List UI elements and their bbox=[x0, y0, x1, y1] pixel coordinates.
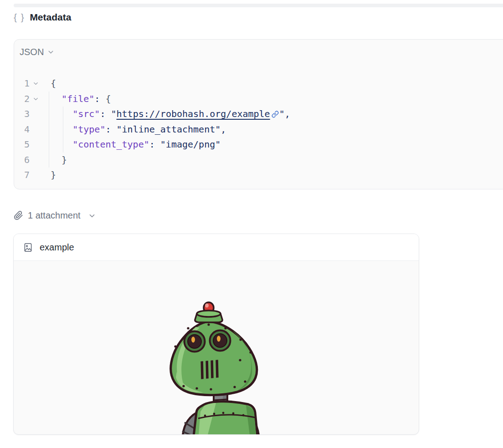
line-number: 4 bbox=[14, 122, 30, 137]
code-token-indent bbox=[51, 137, 72, 153]
line-number: 3 bbox=[14, 107, 30, 122]
attachments-toggle[interactable]: 1 attachment bbox=[14, 210, 96, 221]
code-line-content: "content_type": "image/png" bbox=[51, 137, 503, 153]
attachment-preview bbox=[14, 261, 419, 434]
fold-gutter bbox=[30, 122, 51, 137]
attachment-card-header[interactable]: example bbox=[14, 234, 419, 261]
robot-avatar-image bbox=[164, 299, 269, 435]
code-line-3[interactable]: 3 "src": "https://robohash.org/example", bbox=[14, 107, 503, 122]
fold-gutter bbox=[30, 107, 51, 122]
code-line-7[interactable]: 7} bbox=[14, 168, 503, 183]
code-token-string: : " bbox=[100, 107, 116, 122]
braces-icon: { } bbox=[14, 12, 25, 23]
indent-guide bbox=[63, 137, 63, 153]
indent-guide bbox=[49, 122, 49, 137]
code-token-string: ", bbox=[279, 107, 290, 122]
robot-eye-right bbox=[210, 331, 231, 351]
fold-chevron-icon[interactable] bbox=[33, 96, 39, 102]
code-token-indent bbox=[51, 92, 62, 107]
indent-guide bbox=[63, 122, 63, 137]
line-number: 5 bbox=[14, 137, 30, 153]
line-number: 1 bbox=[14, 76, 30, 92]
code-line-content: } bbox=[51, 168, 503, 183]
indent-guide bbox=[49, 92, 49, 107]
robot-eye-left bbox=[185, 331, 205, 352]
attachment-card: example bbox=[13, 234, 419, 435]
code-area[interactable]: 1{2 "file": {3 "src": "https://robohash.… bbox=[14, 76, 503, 183]
code-token-brace: } bbox=[51, 168, 56, 183]
language-label: JSON bbox=[20, 47, 44, 57]
fold-gutter bbox=[30, 168, 51, 183]
line-number: 6 bbox=[14, 153, 30, 168]
url-link[interactable]: https://robohash.org/example bbox=[117, 107, 270, 122]
indent-guide bbox=[49, 137, 49, 153]
code-line-5[interactable]: 5 "content_type": "image/png" bbox=[14, 137, 503, 153]
code-token-key: "type" bbox=[72, 122, 105, 137]
indent-guide bbox=[49, 107, 49, 122]
json-editor: JSON 1{2 "file": {3 "src": "https://robo… bbox=[14, 39, 503, 189]
fold-gutter[interactable] bbox=[30, 92, 51, 107]
code-line-2[interactable]: 2 "file": { bbox=[14, 92, 503, 107]
language-selector[interactable]: JSON bbox=[20, 47, 54, 57]
code-token-indent bbox=[51, 107, 72, 122]
paperclip-icon bbox=[14, 211, 23, 220]
attachments-toggle-label: 1 attachment bbox=[28, 210, 81, 221]
indent-guide bbox=[63, 107, 63, 122]
code-token-brace: } bbox=[62, 153, 67, 168]
code-line-content: "type": "inline_attachment", bbox=[51, 122, 503, 137]
code-line-1[interactable]: 1{ bbox=[14, 76, 503, 92]
code-token-string: : "image/png" bbox=[149, 137, 221, 153]
code-line-4[interactable]: 4 "type": "inline_attachment", bbox=[14, 122, 503, 137]
robot-torso bbox=[194, 402, 257, 435]
indent-guide bbox=[49, 153, 49, 168]
code-token-key: "src" bbox=[72, 107, 100, 122]
fold-gutter bbox=[30, 153, 51, 168]
code-line-content: } bbox=[51, 153, 503, 168]
fold-gutter bbox=[30, 137, 51, 153]
code-token-brace: { bbox=[51, 76, 56, 92]
code-token-brace: { bbox=[105, 92, 111, 107]
fold-gutter[interactable] bbox=[30, 76, 51, 92]
top-divider bbox=[14, 4, 503, 7]
section-title: Metadata bbox=[30, 12, 71, 23]
metadata-section-header: { } Metadata bbox=[14, 12, 71, 23]
code-token-string: : bbox=[94, 92, 105, 107]
chevron-down-icon bbox=[47, 49, 54, 56]
code-token-key: "content_type" bbox=[72, 137, 149, 153]
code-line-content: "src": "https://robohash.org/example", bbox=[51, 107, 503, 122]
line-number: 7 bbox=[14, 168, 30, 183]
link-icon[interactable] bbox=[272, 111, 279, 118]
line-number: 2 bbox=[14, 92, 30, 107]
chevron-down-icon bbox=[88, 212, 96, 219]
image-file-icon bbox=[23, 242, 33, 253]
code-token-indent bbox=[51, 122, 72, 137]
code-line-content: "file": { bbox=[51, 92, 503, 107]
fold-chevron-icon[interactable] bbox=[33, 81, 39, 87]
code-line-content: { bbox=[51, 76, 503, 92]
code-token-key: "file" bbox=[62, 92, 94, 107]
code-line-6[interactable]: 6 } bbox=[14, 153, 503, 168]
code-token-string: : "inline_attachment", bbox=[105, 122, 226, 137]
attachment-name: example bbox=[40, 242, 74, 253]
robot-head bbox=[171, 302, 257, 395]
code-token-indent bbox=[51, 153, 62, 168]
